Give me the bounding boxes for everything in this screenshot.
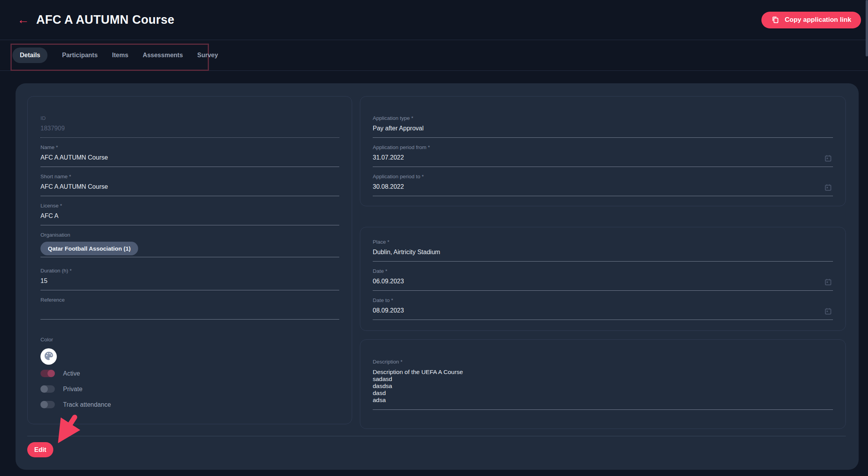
field-label: ID <box>40 115 339 121</box>
footer-divider <box>27 436 846 436</box>
field-place: Place * Dublin, Airtricity Stadium <box>373 239 833 262</box>
application-period-to-input[interactable]: 30.08.2022 <box>373 183 833 196</box>
copy-icon <box>771 16 780 24</box>
field-date-to: Date to * 08.09.2023 <box>373 297 833 320</box>
place-input[interactable]: Dublin, Airtricity Stadium <box>373 249 833 262</box>
organisation-chip[interactable]: Qatar Football Association (1) <box>40 242 138 255</box>
field-short-name: Short name * AFC A AUTUMN Course <box>40 174 339 196</box>
toggle-private[interactable]: Private <box>40 385 339 393</box>
course-details-page: ← AFC A AUTUMN Course Copy application l… <box>0 0 868 476</box>
right-column: Application type * Pay after Approval Ap… <box>360 96 846 429</box>
short-name-input[interactable]: AFC A AUTUMN Course <box>40 183 339 196</box>
field-duration: Duration (h) * 15 <box>40 268 339 290</box>
field-label: Name * <box>40 144 339 150</box>
field-label: Application period from * <box>373 144 833 150</box>
toggle-label: Private <box>63 386 82 393</box>
toggles-group: Active Private Track attendance <box>40 370 339 408</box>
description-textarea[interactable]: Description of the UEFA A Course sadasd … <box>373 369 833 410</box>
general-info-card: ID 1837909 Name * AFC A AUTUMN Course Sh… <box>27 96 352 424</box>
description-line: dasdsa <box>373 383 833 390</box>
private-switch[interactable] <box>40 385 55 393</box>
calendar-icon[interactable] <box>824 154 832 164</box>
toggle-active[interactable]: Active <box>40 370 339 377</box>
field-date: Date * 06.09.2023 <box>373 268 833 291</box>
switch-knob <box>40 385 48 393</box>
copy-application-link-button[interactable]: Copy application link <box>761 12 861 28</box>
organisation-input[interactable]: Qatar Football Association (1) <box>40 242 339 257</box>
date-to-input[interactable]: 08.09.2023 <box>373 307 833 320</box>
page-title: AFC A AUTUMN Course <box>36 13 174 27</box>
duration-input[interactable]: 15 <box>40 278 339 290</box>
application-card: Application type * Pay after Approval Ap… <box>360 96 846 206</box>
application-period-from-input[interactable]: 31.07.2022 <box>373 154 833 167</box>
active-switch[interactable] <box>40 370 55 377</box>
color-picker-button[interactable] <box>40 348 57 365</box>
field-label: Application period to * <box>373 174 833 179</box>
name-input[interactable]: AFC A AUTUMN Course <box>40 154 339 167</box>
field-label: Description * <box>373 359 833 365</box>
application-type-input[interactable]: Pay after Approval <box>373 125 833 138</box>
color-label: Color <box>40 337 339 343</box>
tabs-bar: Details Participants Items Assessments S… <box>0 40 868 71</box>
color-section: Color <box>40 337 339 365</box>
tab-assessments[interactable]: Assessments <box>143 52 183 59</box>
field-id: ID 1837909 <box>40 115 339 138</box>
tab-items[interactable]: Items <box>112 52 128 59</box>
field-label: Date to * <box>373 297 833 303</box>
field-label: Duration (h) * <box>40 268 339 274</box>
toggle-label: Track attendance <box>63 401 111 408</box>
id-input: 1837909 <box>40 125 339 138</box>
description-line: sadasd <box>373 376 833 383</box>
field-license: License * AFC A <box>40 203 339 225</box>
date-input[interactable]: 06.09.2023 <box>373 278 833 291</box>
description-card: Description * Description of the UEFA A … <box>360 339 846 429</box>
edit-button[interactable]: Edit <box>27 442 53 457</box>
scrollbar-thumb[interactable] <box>866 0 868 56</box>
toggle-track-attendance[interactable]: Track attendance <box>40 401 339 408</box>
toggle-label: Active <box>63 370 80 377</box>
field-label: Short name * <box>40 174 339 179</box>
tab-participants[interactable]: Participants <box>62 52 98 59</box>
palette-icon <box>44 351 54 363</box>
copy-button-label: Copy application link <box>785 16 851 24</box>
place-date-card: Place * Dublin, Airtricity Stadium Date … <box>360 227 846 331</box>
description-line: dasd <box>373 390 833 397</box>
track-attendance-switch[interactable] <box>40 401 55 408</box>
field-label: Place * <box>373 239 833 245</box>
back-arrow-icon[interactable]: ← <box>16 11 31 28</box>
calendar-icon[interactable] <box>824 278 832 288</box>
field-organisation: Organisation Qatar Football Association … <box>40 232 339 257</box>
calendar-icon[interactable] <box>824 183 832 193</box>
field-label: License * <box>40 203 339 209</box>
field-label: Reference <box>40 297 339 303</box>
field-reference: Reference <box>40 297 339 320</box>
description-line: adsa <box>373 397 833 404</box>
license-input[interactable]: AFC A <box>40 213 339 225</box>
field-label: Application type * <box>373 115 833 121</box>
tab-details[interactable]: Details <box>12 47 47 63</box>
field-name: Name * AFC A AUTUMN Course <box>40 144 339 167</box>
tabs: Details Participants Items Assessments S… <box>12 40 218 70</box>
form-columns: ID 1837909 Name * AFC A AUTUMN Course Sh… <box>27 96 846 429</box>
field-application-period-from: Application period from * 31.07.2022 <box>373 144 833 167</box>
switch-knob <box>47 370 55 377</box>
tab-survey[interactable]: Survey <box>197 52 218 59</box>
field-application-period-to: Application period to * 30.08.2022 <box>373 174 833 196</box>
description-line: Description of the UEFA A Course <box>373 369 833 376</box>
calendar-icon[interactable] <box>824 307 832 317</box>
switch-knob <box>40 401 48 408</box>
field-label: Date * <box>373 268 833 274</box>
header: ← AFC A AUTUMN Course Copy application l… <box>0 0 868 40</box>
reference-input[interactable] <box>40 307 339 320</box>
field-application-type: Application type * Pay after Approval <box>373 115 833 138</box>
details-panel: ID 1837909 Name * AFC A AUTUMN Course Sh… <box>16 83 859 470</box>
field-label: Organisation <box>40 232 339 238</box>
